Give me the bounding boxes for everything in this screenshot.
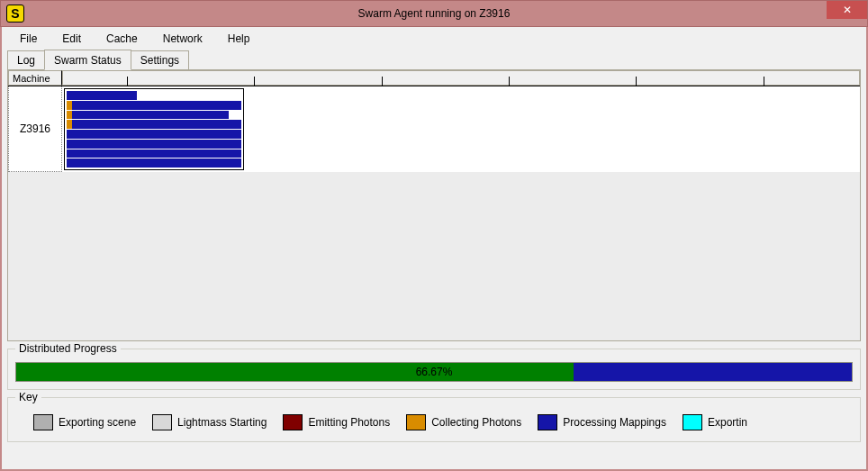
processing-segment	[67, 149, 241, 159]
tab-strip: Log Swarm Status Settings	[7, 50, 861, 70]
processing-mappings-swatch	[538, 414, 557, 430]
thread-bar-row	[67, 120, 241, 129]
titlebar: S Swarm Agent running on Z3916 ✕	[0, 0, 868, 27]
thread-bar-row	[67, 140, 241, 149]
timeline-tick	[254, 77, 255, 86]
tab-settings[interactable]: Settings	[131, 50, 189, 70]
thread-bar-row	[67, 130, 241, 139]
key-group: Key Exporting sceneLightmass StartingEmi…	[7, 397, 861, 442]
close-button[interactable]: ✕	[827, 1, 867, 19]
status-panel: Machine Z3916	[7, 69, 861, 341]
progress-complete-segment	[16, 363, 574, 381]
tab-swarm-status[interactable]: Swarm Status	[44, 50, 131, 70]
grid-empty-area	[8, 172, 860, 340]
key-item-label: Exporting scene	[59, 416, 136, 429]
menu-file[interactable]: File	[7, 29, 50, 49]
key-item-emitting-photons: Emitting Photons	[283, 414, 390, 430]
emitting-photons-swatch	[283, 414, 303, 430]
lightmass-starting-swatch	[152, 414, 172, 430]
timeline-header	[62, 70, 860, 86]
key-item-processing-mappings: Processing Mappings	[538, 414, 666, 430]
timeline-tick	[382, 77, 383, 86]
progress-percent-text: 66.67%	[416, 366, 453, 378]
thread-bar-row	[67, 91, 241, 100]
timeline-tick	[764, 77, 764, 86]
close-icon: ✕	[843, 4, 852, 16]
window-title: Swarm Agent running on Z3916	[358, 7, 511, 20]
menu-help[interactable]: Help	[215, 29, 263, 49]
progress-processing-segment	[574, 363, 852, 381]
collecting-photons-swatch	[406, 414, 426, 430]
key-label: Key	[15, 391, 41, 403]
grid-row: Z3916	[8, 86, 860, 172]
thread-bars-cell	[62, 86, 860, 172]
processing-segment	[67, 159, 241, 168]
key-item-lightmass-starting: Lightmass Starting	[152, 414, 267, 430]
grid-header: Machine	[8, 70, 860, 86]
menu-cache[interactable]: Cache	[94, 29, 150, 49]
key-item-label: Emitting Photons	[308, 416, 390, 429]
content-area: Log Swarm Status Settings Machine Z3916 …	[0, 50, 868, 471]
tab-log[interactable]: Log	[7, 50, 45, 70]
thread-bars-box	[64, 88, 244, 170]
processing-segment	[67, 130, 241, 139]
distributed-progress-bar: 66.67%	[15, 362, 853, 382]
app-icon: S	[6, 5, 24, 23]
column-machine-label: Machine	[13, 73, 50, 84]
distributed-progress-group: Distributed Progress 66.67%	[7, 349, 861, 390]
timeline-tick	[509, 77, 510, 86]
thread-bar-row	[67, 111, 241, 120]
key-item-label: Collecting Photons	[431, 416, 521, 429]
machine-name-cell: Z3916	[8, 86, 62, 172]
key-item-label: Processing Mappings	[563, 416, 666, 429]
exporting-scene-swatch	[33, 414, 53, 430]
key-item-collecting-photons: Collecting Photons	[406, 414, 521, 430]
key-item-label: Exportin	[708, 416, 747, 429]
processing-segment	[72, 120, 241, 129]
processing-segment	[67, 140, 241, 149]
machine-name: Z3916	[20, 122, 50, 135]
timeline-tick	[636, 77, 637, 86]
column-machine: Machine	[8, 70, 62, 86]
processing-segment	[67, 91, 137, 100]
key-items: Exporting sceneLightmass StartingEmittin…	[15, 411, 853, 434]
thread-bar-row	[67, 101, 241, 110]
timeline-tick	[127, 77, 128, 86]
processing-segment	[72, 101, 241, 110]
key-item-label: Lightmass Starting	[177, 416, 267, 429]
thread-bar-row	[67, 149, 241, 159]
key-item-exporting-scene: Exporting scene	[33, 414, 136, 430]
menubar: File Edit Cache Network Help	[0, 27, 868, 50]
distributed-progress-label: Distributed Progress	[15, 342, 121, 355]
thread-bar-row	[67, 159, 241, 168]
key-item-exporting: Exportin	[683, 414, 747, 430]
exporting-swatch	[683, 414, 702, 430]
processing-segment	[72, 111, 230, 120]
menu-edit[interactable]: Edit	[50, 29, 94, 49]
menu-network[interactable]: Network	[150, 29, 215, 49]
